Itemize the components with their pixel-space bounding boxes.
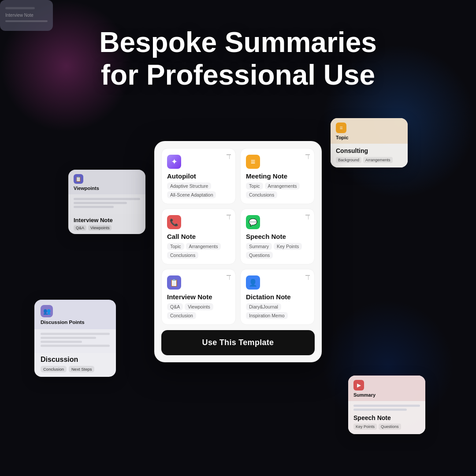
dictation-tags: Diary&Journal Inspiration Memo	[246, 303, 309, 319]
call-title: Call Note	[167, 233, 230, 240]
discussion-icon: 👥	[41, 305, 53, 317]
line-placeholder	[353, 409, 407, 411]
interview-right-label: Interview Note	[5, 13, 48, 18]
template-card-dictation[interactable]: 👤 Dictation Note Diary&Journal Inspirati…	[240, 269, 315, 325]
float-card-speech-bottom: ▶ Summary Speech Note Key Points Questio…	[348, 376, 425, 434]
meeting-title: Meeting Note	[246, 172, 309, 180]
autopilot-tags: Adaptive Structure All-Scene Adaptation	[167, 182, 230, 198]
line-placeholder	[41, 337, 96, 339]
autopilot-title: Autopilot	[167, 172, 230, 180]
line-placeholder	[74, 206, 114, 208]
dictation-icon: 👤	[246, 275, 260, 290]
float-card-interview-right: Interview Note	[0, 0, 53, 31]
expand-icon	[225, 213, 231, 219]
interview-left-icon: 📋	[74, 174, 83, 184]
expand-icon	[304, 213, 310, 219]
speech-title: Speech Note	[246, 233, 309, 240]
float-card-discussion: 👥 Discussion Points Discussion Conclusio…	[34, 300, 116, 377]
template-card-autopilot[interactable]: ✦ Autopilot Adaptive Structure All-Scene…	[161, 148, 236, 204]
consulting-title: Consulting	[336, 147, 402, 154]
autopilot-icon: ✦	[167, 155, 181, 169]
expand-icon	[304, 153, 310, 159]
consulting-tags: Background Arrangements	[336, 157, 402, 163]
line-placeholder	[353, 405, 420, 407]
line-placeholder	[5, 7, 35, 9]
consulting-icon: ≡	[336, 123, 346, 133]
interview-left-title: Interview Note	[74, 217, 140, 223]
line-placeholder	[41, 333, 110, 335]
discussion-tags: Conclusion Next Steps	[41, 366, 110, 372]
discussion-label: Discussion Points	[41, 320, 110, 325]
line-placeholder	[41, 341, 82, 343]
consulting-header-label: Topic	[336, 135, 402, 140]
use-template-button[interactable]: Use This Template	[161, 330, 315, 355]
expand-icon	[304, 274, 310, 280]
line-placeholder	[74, 198, 140, 200]
page-title: Bespoke Summaries for Professional Use	[84, 26, 392, 91]
meeting-icon: ≡	[246, 155, 260, 169]
interview-left-label: Viewpoints	[74, 186, 140, 191]
float-card-interview-left: 📋 Viewpoints Interview Note Q&A Viewpoin…	[68, 170, 145, 234]
interview-icon: 📋	[167, 275, 181, 290]
line-placeholder	[5, 20, 48, 22]
template-grid: ✦ Autopilot Adaptive Structure All-Scene…	[161, 148, 315, 325]
discussion-title: Discussion	[41, 356, 110, 364]
call-icon: 📞	[167, 215, 181, 229]
interview-tags: Q&A Viewpoints Conclusion	[167, 303, 230, 319]
expand-icon	[225, 274, 231, 280]
line-placeholder	[74, 202, 127, 204]
template-card-speech[interactable]: 💬 Speech Note Summary Key Points Questio…	[240, 208, 315, 264]
template-card-call[interactable]: 📞 Call Note Topic Arrangements Conclusio…	[161, 208, 236, 264]
line-placeholder	[41, 345, 110, 347]
speech-bottom-icon: ▶	[353, 380, 364, 390]
dictation-title: Dictation Note	[246, 293, 309, 301]
call-tags: Topic Arrangements Conclusions	[167, 243, 230, 259]
float-card-consulting: ≡ Topic Consulting Background Arrangemen…	[331, 118, 408, 167]
interview-title: Interview Note	[167, 293, 230, 301]
template-card-meeting[interactable]: ≡ Meeting Note Topic Arrangements Conclu…	[240, 148, 315, 204]
main-panel: ✦ Autopilot Adaptive Structure All-Scene…	[154, 141, 322, 362]
speech-bottom-title: Speech Note	[353, 414, 420, 421]
meeting-tags: Topic Arrangements Conclusions	[246, 182, 309, 198]
speech-bottom-header-label: Summary	[353, 392, 420, 398]
template-card-interview[interactable]: 📋 Interview Note Q&A Viewpoints Conclusi…	[161, 269, 236, 325]
interview-left-tags: Q&A Viewpoints	[74, 225, 140, 231]
expand-icon	[225, 153, 231, 159]
speech-icon: 💬	[246, 215, 260, 229]
speech-tags: Summary Key Points Questions	[246, 243, 309, 259]
speech-bottom-tags: Key Points Questions	[353, 424, 420, 430]
